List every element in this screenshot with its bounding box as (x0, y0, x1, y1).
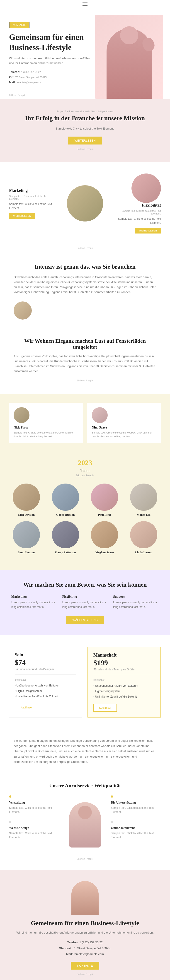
team-card-1-image (14, 407, 29, 423)
pricing-mannschaft: Mannschaft $199 Für alles für das Team p… (88, 647, 161, 718)
team-member-6-name: Harry Patterson (48, 550, 83, 554)
pricing-solo-includes: Beinhaltet: (15, 678, 76, 681)
mission-description: Sample text. Click to select the Text El… (28, 126, 142, 131)
feature-flexibility-button[interactable]: WEITERLESEN (135, 228, 161, 234)
besten-button[interactable]: WÄHLEN SIE UNS (66, 616, 104, 624)
hero-img-label: Bild von Freepik (9, 93, 26, 97)
feature-marketing: Marketing Sample text. Click to select t… (9, 188, 55, 219)
team-card-2-name: Nina Scave (92, 426, 156, 430)
services-left: Verwaltung Sample text. Click to select … (9, 795, 59, 839)
feature-flexibility-desc: Sample text. Click to select the Text El… (115, 217, 161, 225)
team-member-8-name: Linda Larsen (127, 550, 161, 554)
intensiv-person-image (14, 301, 32, 320)
hero-section: KONTAKTE Gemeinsam für einen Business-Li… (0, 8, 170, 99)
hamburger-bar-1 (82, 3, 88, 3)
pricing-mannschaft-feature-3: Unlimitierter Zugriff auf die Zukunft (93, 694, 155, 699)
team-member-7-image (91, 521, 118, 548)
pricing-mannschaft-feature-1: Unüberlegener Anzahl von Editoren (93, 683, 155, 689)
footer-description: Wir sind hier, um die geschäftlichen Anf… (14, 931, 156, 935)
team-member-2-image (52, 484, 79, 511)
service-verwaltung: Verwaltung Sample text. Click to select … (9, 795, 59, 814)
besten-grid: Marketing: Lorem ipsum is simply dummy i… (11, 595, 159, 609)
feature-marketing-subtitle: Sample text. Click to select the Text El… (9, 195, 55, 200)
hero-phone: Telefon: 1 (232) 252 55 22 (9, 69, 95, 75)
service-verwaltung-title: Verwaltung (9, 801, 59, 805)
hero-image (95, 15, 163, 99)
mission-title: Ihr Erfolg in der Branche ist unsere Mis… (9, 115, 161, 122)
team-member-4: Margo Klo (127, 484, 161, 517)
service-verwaltung-text: Sample text. Click to select the Text El… (9, 806, 59, 814)
service-recherche-text: Sample text. Click to select the Text El… (111, 831, 161, 839)
pricing-solo-features: Unüberlegener Anzahl von Editoren Figma … (15, 683, 76, 699)
features-section: Marketing Sample text. Click to select t… (0, 162, 170, 245)
feature-flexibility-subtitle: Sample text. Click to select the Text El… (115, 210, 161, 215)
mission-button[interactable]: WEITERLESEN (68, 137, 102, 145)
hamburger-bar-2 (82, 4, 88, 4)
services-img-label: Bild von Freepik (9, 857, 161, 861)
eleganz-description: Als Ergebnis unserer Philosophie, das fo… (14, 354, 156, 374)
pricing-solo-button[interactable]: Kaufimsel (15, 704, 38, 711)
footer-person-image (71, 881, 99, 915)
team-member-6: Harry Patterson (48, 521, 83, 554)
hamburger-menu[interactable] (82, 3, 88, 6)
pricing-mannschaft-button[interactable]: Kaufimsel (93, 704, 117, 712)
pricing-mannschaft-feature-2: Figma Designsystem (93, 689, 155, 694)
service-dot-2 (9, 821, 11, 823)
besten-title: Wir machen Sie zum Besten, was Sie sein … (11, 581, 159, 588)
features-img-label: Bild von Freepik (0, 245, 170, 252)
pricing-solo-feature-2: Figma Designsystem (15, 688, 76, 694)
feature-marketing-button[interactable]: WEITERLESEN (9, 213, 35, 219)
team-member-7: Meghan Scavo (87, 521, 122, 554)
footer-contact: Telefon: 1 (232) 252 55 22 Standort: 75 … (14, 939, 156, 957)
service-website-title: Website design (9, 826, 59, 830)
team-member-5-name: Sam Jhonson (9, 550, 44, 554)
feature-center-img (67, 185, 103, 221)
footer-button[interactable]: KONTAKTE (71, 962, 99, 970)
hamburger-bar-3 (82, 5, 88, 6)
intensiv-description: Obwohl es nicht das erste Hauptbuchhaltu… (14, 275, 156, 295)
info-text: Sie werden jemand sagen, Ihnen zu lügen.… (14, 738, 156, 765)
hero-contact-button[interactable]: KONTAKTE (9, 22, 29, 28)
team-year: 2023 (9, 459, 161, 467)
team-card-2: Nina Scave Sample text. Click to select … (87, 402, 161, 443)
besten-flexibility-text: Lorem ipsum is simply dummy it is a long… (63, 600, 108, 609)
feature-right-img (132, 173, 161, 203)
team-member-3-image (91, 484, 118, 511)
team-member-3: Paul Perri (87, 484, 122, 517)
eleganz-img-label: Bild von Freepik (14, 378, 156, 382)
footer-title: Gemeinsam für einen Business-Lifestyle (14, 920, 156, 927)
service-unterstutzung: Die Unterstützung Sample text. Click to … (111, 795, 161, 814)
team-member-7-name: Meghan Scavo (87, 550, 122, 554)
feature-marketing-title: Marketing (9, 188, 55, 193)
pricing-solo-feature-3: Unlimitierter Zugriff auf die Zukunft (15, 694, 76, 699)
intensiv-section: Intensiv ist genau das, was Sie brauchen… (0, 252, 170, 331)
services-section: Unsere Anrufservice-Weltqualität Verwalt… (0, 774, 170, 870)
pricing-solo-desc: Für Inhalioner und Site-Designer (15, 668, 76, 671)
footer-hero-section: Gemeinsam für einen Business-Lifestyle W… (0, 870, 170, 980)
intensiv-person-block (14, 301, 156, 320)
pricing-mannschaft-name: Mannschaft (93, 652, 155, 658)
team-member-1-name: Nick Dowson (9, 513, 44, 517)
hero-address: Ort: 75 Street Sample, WI 63025. (9, 75, 95, 80)
pricing-solo-feature-1: Unüberlegener Anzahl von Editoren (15, 683, 76, 688)
besten-item-support: Support: Lorem ipsum is simply dummy it … (113, 595, 159, 609)
footer-email: Mail: template@sample.com (14, 951, 156, 957)
team-member-1: Nick Dowson (9, 484, 44, 517)
footer-phone: Telefon: 1 (232) 252 55 22 (14, 939, 156, 945)
besten-item-flexibility: Flexibility: Lorem ipsum is simply dummy… (63, 595, 108, 609)
besten-item-marketing: Marketing: Lorem ipsum is simply dummy i… (11, 595, 57, 609)
service-dot-1 (9, 795, 11, 798)
team-title: Team (9, 468, 161, 473)
team-member-3-name: Paul Perri (87, 513, 122, 517)
eleganz-section: Wir Wohnen Eleganz machen Lust auf Fenst… (0, 331, 170, 394)
team-member-5: Sam Jhonson (9, 521, 44, 554)
eleganz-title: Wir Wohnen Eleganz machen Lust auf Fenst… (14, 338, 156, 350)
services-person-shape (69, 802, 101, 848)
mission-img-label: Bild von Freepik (9, 147, 161, 151)
pricing-mannschaft-features: Unüberlegener Anzahl von Editoren Figma … (93, 683, 155, 699)
besten-support-text: Lorem ipsum is simply dummy it is a long… (113, 600, 159, 609)
team-cards-section: Nick Parse Sample text. Click to select … (0, 394, 170, 452)
pricing-section: Solo $74 Für Inhalioner und Site-Designe… (0, 635, 170, 729)
team-member-6-image (52, 521, 79, 548)
team-member-4-name: Margo Klo (127, 513, 161, 517)
